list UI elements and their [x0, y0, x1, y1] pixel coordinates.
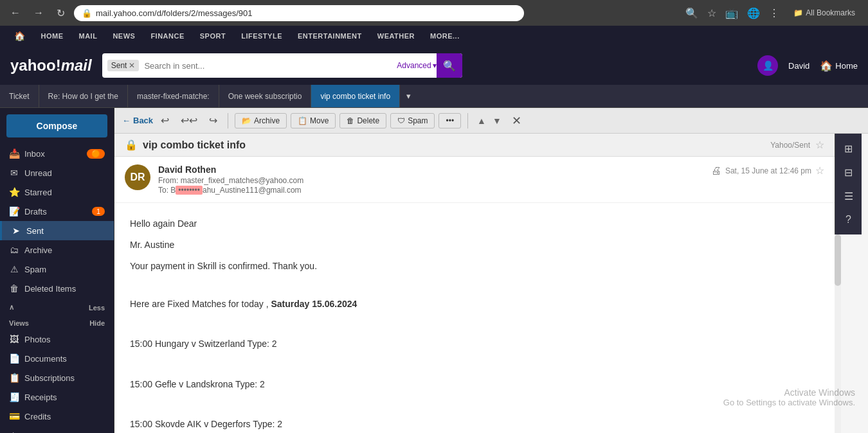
- panel-grid-icon[interactable]: ⊞: [840, 139, 856, 159]
- email-star-icon[interactable]: ☆: [815, 139, 824, 151]
- receipts-label: Receipts: [24, 393, 57, 402]
- email-scrollbar[interactable]: [835, 234, 841, 433]
- cast-icon[interactable]: 📺: [723, 4, 741, 22]
- sender-to-redacted: ••••••••: [176, 186, 203, 195]
- search-tag-remove[interactable]: ✕: [129, 61, 135, 70]
- compose-button[interactable]: Compose: [6, 114, 107, 137]
- sidebar-item-sent[interactable]: ➤ Sent: [0, 221, 114, 240]
- deleted-icon: 🗑: [9, 283, 19, 294]
- nav-home[interactable]: 🏠: [6, 26, 33, 46]
- reply-icon-btn[interactable]: ↩: [157, 112, 173, 129]
- nav-home-text[interactable]: HOME: [33, 26, 71, 46]
- nav-arrows: ▲ ▼: [475, 114, 504, 127]
- panel-menu-icon[interactable]: ☰: [840, 186, 857, 206]
- nav-weather[interactable]: WEATHER: [370, 26, 422, 46]
- spam-button[interactable]: 🛡 Spam: [390, 113, 435, 128]
- panel-list-icon[interactable]: ⊟: [840, 163, 856, 182]
- more-button[interactable]: •••: [439, 113, 461, 128]
- sidebar: Compose 📥 Inbox 🟠 ✉ Unread ⭐ Starred 📝 D…: [0, 108, 114, 433]
- next-email-btn[interactable]: ▼: [490, 114, 504, 127]
- photos-label: Photos: [24, 335, 50, 344]
- toolbar-separator-2: [467, 113, 468, 128]
- sidebar-item-inbox[interactable]: 📥 Inbox 🟠: [0, 144, 114, 163]
- search-bar-container: Sent ✕ Advanced ▾ 🔍: [102, 53, 462, 78]
- forward-icon-btn[interactable]: ↪: [205, 112, 221, 129]
- browser-reload-btn[interactable]: ↻: [53, 4, 69, 22]
- views-hide[interactable]: Hide: [89, 319, 105, 327]
- delete-icon: 🗑: [347, 116, 354, 125]
- browser-back-btn[interactable]: ←: [6, 4, 24, 21]
- profile-icon[interactable]: 🌐: [745, 4, 763, 22]
- sidebar-item-credits[interactable]: 💳 Credits: [0, 407, 114, 426]
- reply-all-icon-btn[interactable]: ↩↩: [177, 112, 201, 129]
- sidebar-item-receipts[interactable]: 🧾 Receipts: [0, 387, 114, 407]
- email-content-wrapper: 🔒 vip combo ticket info Yahoo/Sent ☆ DR …: [114, 134, 868, 433]
- advanced-search-btn[interactable]: Advanced ▾: [397, 61, 436, 70]
- back-button[interactable]: ← Back: [122, 116, 153, 125]
- sidebar-item-documents[interactable]: 📄 Documents: [0, 349, 114, 368]
- move-label: Move: [310, 116, 329, 125]
- tab-master-fixed[interactable]: master-fixed-matche:: [128, 85, 219, 108]
- nav-lifestyle[interactable]: LIFESTYLE: [233, 26, 290, 46]
- nav-mail[interactable]: MAIL: [71, 26, 105, 46]
- header-user-area: 👤 David 🏠 Home: [757, 55, 858, 76]
- starred-icon: ⭐: [9, 187, 19, 197]
- sidebar-item-starred[interactable]: ⭐ Starred: [0, 182, 114, 202]
- toolbar-separator-1: [228, 113, 228, 128]
- sidebar-item-unread[interactable]: ✉ Unread: [0, 163, 114, 182]
- lock-icon: 🔒: [82, 8, 92, 18]
- tab-one-week[interactable]: One week subscriptio: [219, 85, 312, 108]
- move-button[interactable]: 📋 Move: [291, 113, 336, 128]
- nav-sport[interactable]: SPORT: [192, 26, 233, 46]
- unread-label: Unread: [24, 168, 52, 178]
- nav-finance[interactable]: FINANCE: [143, 26, 192, 46]
- tab-how-do-i[interactable]: Re: How do I get the: [39, 85, 128, 108]
- yahoo-logo: yahoo!mail: [10, 57, 92, 75]
- sidebar-item-subscriptions[interactable]: 📋 Subscriptions: [0, 368, 114, 387]
- subscriptions-icon: 📋: [9, 373, 19, 383]
- user-avatar[interactable]: 👤: [757, 55, 778, 76]
- delete-button[interactable]: 🗑 Delete: [339, 113, 386, 128]
- email-source: Yahoo/Sent: [770, 141, 810, 150]
- tabs-more-btn[interactable]: ▾: [400, 91, 417, 101]
- tab-vip-combo[interactable]: vip combo ticket info: [311, 85, 400, 108]
- browser-forward-btn[interactable]: →: [30, 4, 48, 21]
- sidebar-item-deleted[interactable]: 🗑 Deleted Items: [0, 279, 114, 298]
- less-toggle[interactable]: ∧ Less: [0, 298, 114, 314]
- archive-icon: 🗂: [9, 245, 19, 255]
- tab-ticket[interactable]: Ticket: [0, 85, 39, 108]
- print-icon[interactable]: 🖨: [711, 165, 721, 177]
- close-email-btn[interactable]: ✕: [508, 111, 525, 130]
- address-bar[interactable]: 🔒 mail.yahoo.com/d/folders/2/messages/90…: [74, 5, 524, 21]
- to-prefix: To: B: [158, 186, 176, 195]
- credits-icon: 💳: [9, 411, 19, 421]
- home-button[interactable]: 🏠 Home: [820, 60, 858, 72]
- archive-icon: 📂: [242, 116, 251, 125]
- sidebar-item-travel[interactable]: ✈ Travel: [0, 426, 114, 433]
- sidebar-item-spam[interactable]: ⚠ Spam: [0, 260, 114, 279]
- email-content: 🔒 vip combo ticket info Yahoo/Sent ☆ DR …: [114, 134, 835, 433]
- search-input[interactable]: [139, 61, 397, 71]
- zoom-icon[interactable]: 🔍: [683, 4, 701, 22]
- nav-news[interactable]: NEWS: [105, 26, 143, 46]
- nav-entertainment[interactable]: ENTERTAINMENT: [290, 26, 370, 46]
- menu-icon[interactable]: ⋮: [766, 4, 782, 22]
- sidebar-item-archive[interactable]: 🗂 Archive: [0, 240, 114, 260]
- sidebar-item-photos[interactable]: 🖼 Photos: [0, 330, 114, 349]
- panel-help-icon[interactable]: ?: [842, 210, 855, 229]
- star-bookmark-icon[interactable]: ☆: [705, 4, 719, 22]
- email-body: Hello again Dear Mr. Austine Your paymen…: [114, 203, 835, 433]
- nav-more[interactable]: MORE...: [422, 26, 467, 46]
- search-sent-tag[interactable]: Sent ✕: [107, 60, 140, 71]
- sidebar-item-drafts[interactable]: 📝 Drafts 1: [0, 202, 114, 221]
- archive-button[interactable]: 📂 Archive: [235, 113, 287, 128]
- subscriptions-label: Subscriptions: [24, 373, 75, 383]
- search-submit-btn[interactable]: 🔍: [437, 53, 462, 78]
- sent-icon: ➤: [11, 225, 21, 236]
- body-hello: Hello again Dear: [130, 216, 819, 232]
- prev-email-btn[interactable]: ▲: [475, 114, 489, 127]
- user-name: David: [788, 61, 809, 71]
- archive-label: Archive: [254, 116, 280, 125]
- email-toolbar: ← Back ↩ ↩↩ ↪ 📂 Archive 📋 Move 🗑 Delete …: [114, 108, 868, 134]
- email-star-btn[interactable]: ☆: [815, 164, 824, 177]
